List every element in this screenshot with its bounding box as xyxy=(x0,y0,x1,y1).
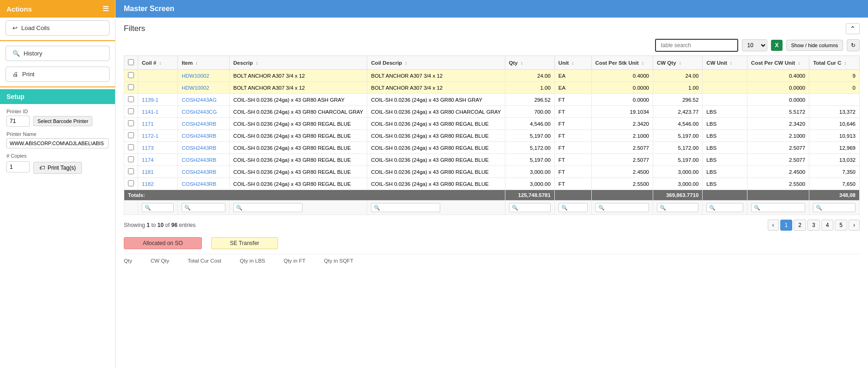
row-checkbox-6[interactable] xyxy=(128,144,134,150)
col-search-input-item[interactable] xyxy=(182,203,225,212)
select-all-checkbox[interactable] xyxy=(128,59,134,65)
prev-page-button[interactable]: ‹ xyxy=(768,220,779,231)
excel-export-button[interactable]: X xyxy=(771,40,782,51)
item-link-4[interactable]: COSH2443RB xyxy=(182,121,216,127)
col-search-input-cw-unit[interactable] xyxy=(706,203,743,212)
show-hide-columns-button[interactable]: Show / hide columns xyxy=(786,40,844,51)
table-search-input[interactable] xyxy=(655,39,738,52)
coil-num-link-6[interactable]: 1173 xyxy=(142,145,154,151)
col-search-input-coil-descrip[interactable] xyxy=(371,203,440,212)
row-checkbox-0[interactable] xyxy=(128,72,134,78)
print-tags-button[interactable]: 🏷 Print Tag(s) xyxy=(33,162,82,174)
header-cw-qty[interactable]: CW Qty ↕ xyxy=(653,56,703,70)
item-link-6[interactable]: COSH2443RB xyxy=(182,145,216,151)
coil-num-link-5[interactable]: 1172-1 xyxy=(142,133,158,139)
coil-num-link-3[interactable]: 1141-1 xyxy=(142,109,158,115)
legend-section: Allocated on SO SE Transfer xyxy=(124,237,860,249)
row-descrip: COIL-SH 0.0236 (24ga) x 43 GR80 REGAL BL… xyxy=(230,178,367,190)
header-coil-descrip[interactable]: Coil Descrip ↕ xyxy=(367,56,505,70)
select-printer-button[interactable]: Select Barcode Printer xyxy=(33,116,92,126)
page-size-select[interactable]: 10 25 50 100 xyxy=(742,39,767,51)
header-descrip[interactable]: Descrip ↕ xyxy=(230,56,367,70)
coil-num-link-7[interactable]: 1174 xyxy=(142,157,154,163)
col-search-input-cost-per-stk[interactable] xyxy=(595,203,649,212)
item-link-0[interactable]: HDW10002 xyxy=(182,73,209,79)
row-total-cur: 10,646 xyxy=(809,118,860,130)
item-link-7[interactable]: COSH2443RB xyxy=(182,157,216,163)
header-item[interactable]: Item ↕ xyxy=(178,56,230,70)
header-total-cur[interactable]: Total Cur C ↕ xyxy=(809,56,860,70)
row-checkbox-9[interactable] xyxy=(128,180,134,186)
item-link-3[interactable]: COSH2443CG xyxy=(182,109,217,115)
row-cost-per-cw: 2.5500 xyxy=(747,178,809,190)
row-checkbox-4[interactable] xyxy=(128,120,134,126)
coil-num-link-9[interactable]: 1182 xyxy=(142,181,154,187)
legend-se-transfer-label: SE Transfer xyxy=(230,240,259,246)
col-search-input-descrip[interactable] xyxy=(233,203,303,212)
row-checkbox-1[interactable] xyxy=(128,84,134,90)
row-cw-qty: 2,423.77 xyxy=(653,106,703,118)
item-link-8[interactable]: COSH2443RB xyxy=(182,169,216,175)
item-link-9[interactable]: COSH2443RB xyxy=(182,181,216,187)
coil-num-link-2[interactable]: 1139-1 xyxy=(142,97,158,103)
row-coil-descrip: COIL-SH 0.0236 (24ga) x 43 GR80 CHARCOAL… xyxy=(367,106,505,118)
col-search-input-coil-num[interactable] xyxy=(142,203,174,212)
page-3-button[interactable]: 3 xyxy=(807,220,820,231)
row-coil-num: 1171 xyxy=(138,118,178,130)
row-descrip: COIL-SH 0.0236 (24ga) x 43 GR80 CHARCOAL… xyxy=(230,106,367,118)
col-search-input-total-cur[interactable] xyxy=(813,203,856,212)
row-checkbox-3[interactable] xyxy=(128,108,134,114)
header-cost-per-cw[interactable]: Cost Per CW Unit ↕ xyxy=(747,56,809,70)
bottom-total-cur-cost: Total Cur Cost xyxy=(188,258,221,264)
item-link-1[interactable]: HDW10002 xyxy=(182,85,209,91)
copies-input[interactable] xyxy=(6,161,30,172)
printer-name-input[interactable] xyxy=(6,138,109,148)
totals-qty: 125,748.5781 xyxy=(505,190,554,201)
row-cw-unit xyxy=(703,94,747,106)
row-checkbox-2[interactable] xyxy=(128,96,134,102)
item-link-5[interactable]: COSH2443RB xyxy=(182,133,216,139)
header-cost-per-stk[interactable]: Cost Per Stk Unit ↕ xyxy=(591,56,653,70)
totals-cw-unit xyxy=(703,190,747,201)
col-search-input-cw-qty[interactable] xyxy=(657,203,698,212)
load-coils-button[interactable]: ↩ Load Coils xyxy=(6,20,109,36)
header-coil-num[interactable]: Coil # ↕ xyxy=(138,56,178,70)
search-cell-coil-num xyxy=(138,201,178,215)
legend-se-transfer: SE Transfer xyxy=(211,237,278,249)
header-qty[interactable]: Qty ↕ xyxy=(505,56,554,70)
col-search-input-cost-per-cw[interactable] xyxy=(751,203,805,212)
row-descrip: COIL-SH 0.0236 (24ga) x 43 GR80 REGAL BL… xyxy=(230,154,367,166)
header-cw-unit[interactable]: CW Unit ↕ xyxy=(703,56,747,70)
header-unit[interactable]: Unit ↕ xyxy=(554,56,591,70)
next-page-button[interactable]: › xyxy=(849,220,860,231)
bottom-total-cw-qty: CW Qty xyxy=(151,258,169,264)
row-qty: 4,546.00 xyxy=(505,118,554,130)
refresh-button[interactable]: ↻ xyxy=(847,39,860,51)
table-row: 1139-1 COSH2443AG COIL-SH 0.0236 (24ga) … xyxy=(124,94,860,106)
page-4-button[interactable]: 4 xyxy=(821,220,834,231)
refresh-icon: ↻ xyxy=(851,42,856,49)
page-2-button[interactable]: 2 xyxy=(794,220,806,231)
search-cell-cw-unit xyxy=(703,201,747,215)
page-1-button[interactable]: 1 xyxy=(780,220,793,231)
page-5-button[interactable]: 5 xyxy=(835,220,847,231)
row-checkbox-8[interactable] xyxy=(128,168,134,174)
filters-toggle-button[interactable]: ⌃ xyxy=(846,23,860,34)
coil-num-link-8[interactable]: 1181 xyxy=(142,169,154,175)
print-button[interactable]: 🖨 Print xyxy=(6,67,109,82)
item-link-2[interactable]: COSH2443AG xyxy=(182,97,216,103)
row-checkbox-5[interactable] xyxy=(128,132,134,138)
row-item: COSH2443RB xyxy=(178,166,230,178)
printer-id-input[interactable] xyxy=(6,116,30,127)
row-cw-unit xyxy=(703,82,747,94)
menu-icon[interactable]: ☰ xyxy=(103,5,109,13)
history-button[interactable]: 🔍 History xyxy=(6,46,109,61)
search-col-descrip xyxy=(233,203,303,212)
coil-num-link-4[interactable]: 1171 xyxy=(142,121,154,127)
col-search-input-qty[interactable] xyxy=(509,203,551,212)
sidebar: Actions ☰ ↩ Load Coils 🔍 History 🖨 Print… xyxy=(0,0,115,368)
row-checkbox-cell xyxy=(124,70,138,82)
col-search-input-unit[interactable] xyxy=(558,203,588,212)
row-unit: FT xyxy=(554,118,591,130)
row-checkbox-7[interactable] xyxy=(128,156,134,162)
